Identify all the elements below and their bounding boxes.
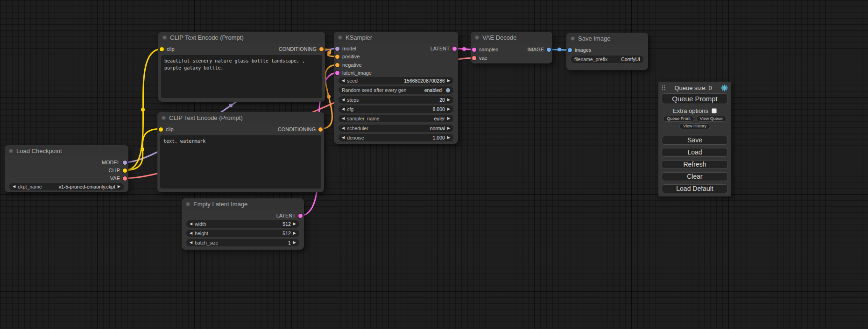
- queue-prompt-button[interactable]: Queue Prompt: [662, 93, 728, 104]
- extra-options-checkbox[interactable]: [712, 108, 717, 113]
- increment-arrow-icon[interactable]: [447, 107, 450, 111]
- increment-arrow-icon[interactable]: [447, 117, 450, 120]
- clear-button[interactable]: Clear: [662, 172, 728, 181]
- vae-slot-dot[interactable]: [472, 56, 476, 60]
- output-slot-image[interactable]: IMAGE: [528, 46, 551, 53]
- node-titlebar[interactable]: CLIP Text Encode (Prompt): [158, 32, 325, 43]
- scheduler-widget[interactable]: scheduler normal: [339, 125, 453, 132]
- conditioning-slot-dot[interactable]: [335, 55, 339, 59]
- node-titlebar[interactable]: CLIP Text Encode (Prompt): [157, 112, 324, 123]
- node-titlebar[interactable]: Empty Latent Image: [182, 198, 304, 210]
- clip-slot-dot[interactable]: [123, 168, 127, 173]
- node-collapse-dot[interactable]: [162, 35, 167, 40]
- node-collapse-dot[interactable]: [571, 36, 575, 41]
- output-slot-clip[interactable]: CLIP: [109, 167, 127, 174]
- input-slot-clip[interactable]: clip: [159, 126, 174, 133]
- toggle-indicator-icon[interactable]: [446, 88, 450, 92]
- output-slot-conditioning[interactable]: CONDITIONING: [279, 45, 324, 53]
- node-collapse-dot[interactable]: [475, 35, 479, 40]
- height-widget[interactable]: height 512: [186, 230, 299, 237]
- drag-handle-icon[interactable]: [662, 85, 665, 91]
- decrement-arrow-icon[interactable]: [190, 241, 192, 245]
- increment-arrow-icon[interactable]: [293, 241, 296, 245]
- decrement-arrow-icon[interactable]: [342, 98, 345, 102]
- model-slot-dot[interactable]: [335, 47, 339, 51]
- node-collapse-dot[interactable]: [338, 35, 342, 40]
- input-slot-vae[interactable]: vae: [472, 54, 487, 62]
- node-titlebar[interactable]: Load Checkpoint: [5, 145, 128, 156]
- view-history-button[interactable]: View History: [679, 123, 710, 129]
- node-collapse-dot[interactable]: [162, 116, 166, 120]
- negative-prompt-textarea[interactable]: text, watermark: [160, 135, 321, 189]
- steps-widget[interactable]: steps 20: [339, 96, 453, 104]
- decrement-arrow-icon[interactable]: [190, 231, 192, 235]
- conditioning-slot-dot[interactable]: [318, 127, 323, 132]
- increment-arrow-icon[interactable]: [293, 222, 296, 226]
- node-load-checkpoint[interactable]: Load Checkpoint MODEL CLIP VAE ckpt_name…: [5, 145, 128, 192]
- output-slot-latent[interactable]: LATENT: [430, 45, 457, 52]
- node-collapse-dot[interactable]: [9, 149, 13, 153]
- increment-arrow-icon[interactable]: [118, 185, 120, 189]
- input-slot-model[interactable]: model: [335, 45, 356, 52]
- cfg-widget[interactable]: cfg 8.000: [339, 105, 453, 113]
- node-collapse-dot[interactable]: [186, 202, 190, 206]
- decrement-arrow-icon[interactable]: [342, 117, 345, 120]
- model-slot-dot[interactable]: [123, 161, 127, 165]
- decrement-arrow-icon[interactable]: [342, 107, 345, 111]
- latent-slot-dot[interactable]: [472, 48, 476, 52]
- queue-front-button[interactable]: Queue Front: [663, 116, 694, 122]
- load-default-button[interactable]: Load Default: [662, 184, 728, 193]
- load-button[interactable]: Load: [662, 148, 728, 157]
- node-titlebar[interactable]: KSampler: [334, 32, 458, 43]
- decrement-arrow-icon[interactable]: [342, 79, 345, 83]
- node-ksampler[interactable]: KSampler model positive negative latent_…: [334, 32, 458, 144]
- output-slot-vae[interactable]: VAE: [110, 175, 127, 182]
- node-empty-latent-image[interactable]: Empty Latent Image LATENT width 512 heig…: [182, 198, 304, 250]
- latent-slot-dot[interactable]: [335, 71, 339, 75]
- node-graph-canvas[interactable]: { "colors": { "model": "#b39ddb", "clip"…: [0, 0, 868, 329]
- decrement-arrow-icon[interactable]: [190, 222, 192, 226]
- increment-arrow-icon[interactable]: [447, 98, 450, 102]
- batch-size-widget[interactable]: batch_size 1: [186, 239, 299, 246]
- queue-menu-panel[interactable]: Queue size: 0 Queue Prompt Extra options…: [658, 82, 731, 196]
- input-slot-negative[interactable]: negative: [335, 61, 362, 69]
- output-slot-model[interactable]: MODEL: [102, 159, 127, 166]
- positive-prompt-textarea[interactable]: beautiful scenery nature glass bottle la…: [161, 55, 322, 98]
- filename-prefix-widget[interactable]: filename_prefix ComfyUI: [571, 56, 643, 63]
- denoise-widget[interactable]: denoise 1.000: [339, 134, 453, 141]
- node-clip-text-encode-negative[interactable]: CLIP Text Encode (Prompt) clip CONDITION…: [157, 112, 324, 192]
- decrement-arrow-icon[interactable]: [342, 126, 345, 130]
- increment-arrow-icon[interactable]: [447, 126, 450, 130]
- node-clip-text-encode-positive[interactable]: CLIP Text Encode (Prompt) clip CONDITION…: [158, 32, 325, 102]
- ckpt-name-widget[interactable]: ckpt_name v1-5-pruned-emaonly.ckpt: [9, 183, 124, 190]
- output-slot-conditioning[interactable]: CONDITIONING: [278, 126, 323, 133]
- refresh-button[interactable]: Refresh: [662, 160, 728, 169]
- input-slot-latent-image[interactable]: latent_image: [335, 69, 372, 77]
- node-titlebar[interactable]: VAE Decode: [471, 32, 552, 43]
- width-widget[interactable]: width 512: [186, 220, 299, 228]
- decrement-arrow-icon[interactable]: [342, 136, 345, 140]
- view-queue-button[interactable]: View Queue: [696, 116, 727, 122]
- node-titlebar[interactable]: Save Image: [566, 33, 648, 44]
- vae-slot-dot[interactable]: [123, 176, 127, 181]
- input-slot-samples[interactable]: samples: [472, 46, 498, 53]
- increment-arrow-icon[interactable]: [293, 231, 296, 235]
- input-slot-positive[interactable]: positive: [335, 53, 360, 60]
- conditioning-slot-dot[interactable]: [319, 47, 324, 51]
- input-slot-clip[interactable]: clip: [160, 45, 175, 53]
- clip-slot-dot[interactable]: [159, 127, 163, 132]
- input-slot-images[interactable]: images: [568, 46, 591, 54]
- sampler-name-widget[interactable]: sampler_name euler: [339, 115, 453, 122]
- image-slot-dot[interactable]: [568, 48, 572, 52]
- output-slot-latent[interactable]: LATENT: [276, 212, 303, 219]
- latent-slot-dot[interactable]: [452, 47, 457, 51]
- settings-gear-icon[interactable]: [721, 84, 728, 91]
- increment-arrow-icon[interactable]: [447, 79, 450, 83]
- conditioning-slot-dot[interactable]: [335, 63, 339, 67]
- random-seed-toggle-widget[interactable]: Random seed after every gen enabled: [339, 86, 453, 94]
- increment-arrow-icon[interactable]: [447, 136, 450, 140]
- seed-widget[interactable]: seed 156680208700286: [339, 77, 453, 84]
- node-vae-decode[interactable]: VAE Decode samples vae IMAGE: [471, 32, 552, 63]
- image-slot-dot[interactable]: [547, 48, 551, 52]
- save-button[interactable]: Save: [662, 136, 728, 145]
